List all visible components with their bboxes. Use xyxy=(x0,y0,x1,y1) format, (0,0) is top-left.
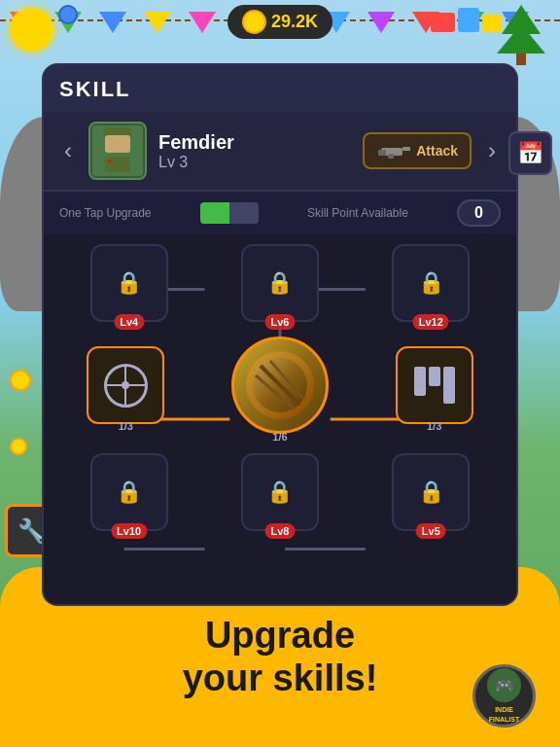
cta-line2: your skills! xyxy=(183,658,378,698)
indie-badge: 🎮 INDIEFINALIST xyxy=(472,664,536,728)
skill-points-badge: 0 xyxy=(457,199,501,227)
character-name: Femdier xyxy=(158,131,351,154)
skill-node-8[interactable]: 🔒 Lv8 xyxy=(241,453,319,531)
flag-8 xyxy=(368,12,395,33)
level-tag-9: Lv5 xyxy=(416,523,446,539)
level-tag-1: Lv4 xyxy=(114,314,144,330)
skill-node-9[interactable]: 🔒 Lv5 xyxy=(392,453,470,531)
attack-label: Attack xyxy=(416,143,458,159)
lock-icon-3: 🔒 xyxy=(418,270,444,296)
gun-icon xyxy=(376,140,410,161)
svg-rect-1 xyxy=(378,150,386,156)
flag-4 xyxy=(189,12,216,33)
panel-header: SKILL xyxy=(44,65,516,112)
prev-character-button[interactable]: ‹ xyxy=(59,132,77,169)
character-row: ‹ + Femdier Lv 3 Attack xyxy=(44,112,516,192)
skill-points-value: 0 xyxy=(474,204,483,221)
coin-amount: 29.2K xyxy=(271,12,318,32)
level-tag-3: Lv12 xyxy=(413,314,449,330)
crosshair-count: 1/3 xyxy=(119,420,133,432)
ornament-icon xyxy=(58,5,78,24)
skill-points-label: Skill Point Available xyxy=(307,206,408,220)
skill-panel: SKILL ‹ + Femdier Lv 3 xyxy=(42,63,518,606)
left-coin-1 xyxy=(10,370,31,391)
lock-icon-2: 🔒 xyxy=(266,270,293,296)
skill-row-2: 1/3 xyxy=(53,337,507,434)
level-tag-7: Lv10 xyxy=(111,523,147,539)
gift-yellow xyxy=(482,15,502,32)
svg-rect-3 xyxy=(388,154,394,159)
panel-title: SKILL xyxy=(59,77,131,102)
left-coin-2 xyxy=(10,438,27,455)
coin-display: 29.2K xyxy=(228,5,332,39)
coin-icon xyxy=(242,10,266,34)
level-tag-2: Lv6 xyxy=(265,314,296,330)
character-avatar: + xyxy=(88,122,147,180)
skill-node-2[interactable]: 🔒 Lv6 xyxy=(241,244,319,322)
lock-icon-8: 🔒 xyxy=(266,480,293,505)
level-tag-8: Lv8 xyxy=(265,523,296,539)
gift-boxes xyxy=(431,8,502,32)
toggle-off xyxy=(229,202,259,224)
upgrade-toggle[interactable] xyxy=(200,202,259,224)
cta-line1: Upgrade xyxy=(205,615,355,656)
skill-node-7[interactable]: 🔒 Lv10 xyxy=(90,453,168,531)
bars-count: 1/3 xyxy=(427,420,441,432)
toggle-on xyxy=(200,202,229,224)
svg-rect-2 xyxy=(402,147,410,151)
skill-node-3[interactable]: 🔒 Lv12 xyxy=(392,244,470,322)
skill-row-3: 🔒 Lv10 🔒 Lv8 🔒 Lv5 xyxy=(53,453,507,531)
skill-node-center[interactable]: 1/6 xyxy=(231,337,329,434)
calendar-icon: 📅 xyxy=(517,141,543,166)
badge-text: INDIEFINALIST xyxy=(489,705,520,723)
skill-node-bars[interactable]: 1/3 xyxy=(396,346,473,424)
one-tap-label: One Tap Upgrade xyxy=(59,206,152,220)
crosshair-icon xyxy=(104,364,148,408)
skill-node-1[interactable]: 🔒 Lv4 xyxy=(90,244,168,322)
character-info: Femdier Lv 3 xyxy=(158,131,351,171)
lock-icon-9: 🔒 xyxy=(418,480,444,505)
gift-blue xyxy=(458,8,479,32)
attack-badge[interactable]: Attack xyxy=(363,132,472,169)
sun-icon xyxy=(10,8,53,52)
lock-icon-7: 🔒 xyxy=(116,480,142,505)
flag-3 xyxy=(144,12,171,33)
next-character-button[interactable]: › xyxy=(483,132,501,169)
skill-tree: 🔒 Lv4 🔒 Lv6 🔒 Lv12 1/3 xyxy=(44,234,516,604)
bars-icon xyxy=(414,367,455,404)
character-level: Lv 3 xyxy=(158,154,351,171)
flag-2 xyxy=(99,12,126,33)
gift-red xyxy=(431,13,455,32)
upgrade-row: One Tap Upgrade Skill Point Available 0 xyxy=(44,192,516,234)
center-count: 1/6 xyxy=(272,431,287,443)
lock-icon-1: 🔒 xyxy=(116,270,142,296)
cta-text: Upgrade your skills! xyxy=(183,615,378,699)
skill-node-crosshair[interactable]: 1/3 xyxy=(87,346,164,424)
skill-row-1: 🔒 Lv4 🔒 Lv6 🔒 Lv12 xyxy=(53,244,507,322)
calendar-button[interactable]: 📅 xyxy=(508,131,552,175)
